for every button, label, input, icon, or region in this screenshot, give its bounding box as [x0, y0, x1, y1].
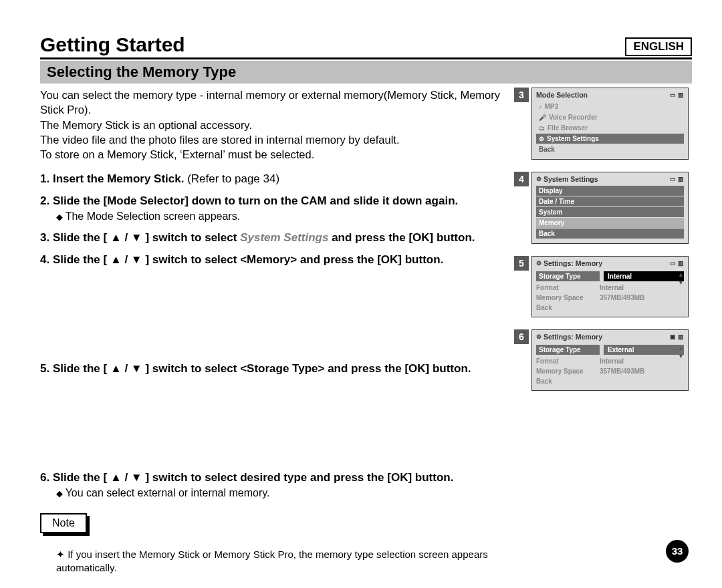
settings-icon: ⚙: [536, 333, 542, 340]
step-2: 2. Slide the [Mode Selector] down to tur…: [40, 194, 505, 224]
screen3-item: MP3: [545, 103, 559, 110]
note-label: Note: [40, 513, 87, 533]
step-badge-4: 4: [514, 172, 529, 186]
up-down-icon: ▲ / ▼: [110, 231, 142, 246]
settings-icon: ⚙: [536, 176, 542, 182]
divider: [40, 57, 692, 59]
screen3-item: File Browser: [548, 124, 588, 132]
screen6-title: Settings: Memory: [544, 333, 602, 341]
step-badge-5: 5: [514, 256, 529, 271]
step-3: 3. Slide the [ ▲ / ▼ ] switch to select …: [40, 231, 505, 246]
up-down-icon: ▲ / ▼: [110, 361, 142, 377]
arrow-down-icon: ▼: [678, 353, 684, 359]
intro-text: You can select the memory type - interna…: [40, 88, 505, 162]
screen6-v0: External: [604, 345, 684, 355]
screen3-title: Mode Selection: [536, 91, 588, 99]
screen4-item: Back: [539, 230, 555, 237]
step-3-target: System Settings: [240, 231, 328, 244]
mic-icon: 🎤: [539, 114, 546, 121]
step-5-mid: ] switch to select <Storage Type> and pr…: [142, 362, 471, 375]
screen5-v2: 357MB/493MB: [600, 294, 644, 301]
card-icon: ▭: [670, 92, 676, 98]
battery-icon: ▥: [678, 176, 684, 182]
step-5: 5. Slide the [ ▲ / ▼ ] switch to select …: [40, 361, 505, 377]
step-4-prefix: Slide the [: [53, 253, 110, 266]
screen4-item: System: [539, 208, 563, 216]
step-6-mid: ] switch to select desired type and pres…: [142, 471, 454, 484]
page-number: 33: [666, 540, 689, 563]
step-3-suffix: and press the [OK] button.: [328, 231, 475, 244]
screen5-v0: Internal: [604, 271, 684, 281]
battery-icon: ▥: [678, 333, 684, 340]
screen5-k3: Back: [536, 304, 600, 311]
screen4-title: System Settings: [544, 175, 598, 183]
screen6-v1: Internal: [600, 357, 624, 365]
step-5-prefix: Slide the [: [53, 362, 110, 375]
step-4: 4. Slide the [ ▲ / ▼ ] switch to select …: [40, 253, 505, 268]
step-2-text: Slide the [Mode Selector] down to turn o…: [53, 194, 458, 207]
step-badge-3: 3: [514, 88, 529, 102]
screen-system-settings: ⚙ System Settings▭ ▥ Display Date / Time…: [531, 172, 689, 244]
screen4-item-selected: Memory: [539, 219, 564, 227]
screen-4-wrap: 4 ⚙ System Settings▭ ▥ Display Date / Ti…: [531, 172, 692, 244]
settings-icon: ⚙: [539, 136, 544, 142]
screen5-k1: Format: [536, 284, 600, 291]
screen6-k1: Format: [536, 357, 600, 365]
screen-6-wrap: 6 ⚙ Settings: Memory▣ ▥ Storage TypeExte…: [531, 329, 692, 391]
card-icon: ▭: [670, 260, 676, 267]
chapter-title: Getting Started: [40, 33, 692, 56]
battery-icon: ▥: [678, 92, 684, 98]
step-6-prefix: Slide the [: [53, 471, 110, 484]
screen5-k2: Memory Space: [536, 294, 600, 301]
screen-settings-memory-2: ⚙ Settings: Memory▣ ▥ Storage TypeExtern…: [531, 329, 689, 391]
screen5-title: Settings: Memory: [544, 259, 602, 267]
step-1-light: (Refer to page 34): [184, 172, 279, 185]
section-bar: Selecting the Memory Type: [40, 61, 692, 84]
section-title: Selecting the Memory Type: [47, 63, 685, 81]
intro-line: The video file and the photo files are s…: [40, 132, 505, 147]
arrow-up-icon: ▲: [678, 271, 684, 278]
step-6-sub: You can select external or internal memo…: [56, 486, 505, 500]
screen-3-wrap: 3 Mode Selection▭ ▥ ♪MP3 🎤Voice Recorder…: [531, 88, 692, 160]
step-3-mid: ] switch to select: [142, 231, 240, 244]
screen4-item: Date / Time: [539, 198, 574, 205]
screen-settings-memory-1: ⚙ Settings: Memory▭ ▥ Storage TypeIntern…: [531, 256, 689, 317]
screen-mode-selection: Mode Selection▭ ▥ ♪MP3 🎤Voice Recorder 🗂…: [531, 88, 689, 160]
note-text: If you insert the Memory Stick or Memory…: [56, 548, 505, 575]
intro-line: To store on a Memory Stick, ‘External’ m…: [40, 147, 505, 162]
screen-5-wrap: 5 ⚙ Settings: Memory▭ ▥ Storage TypeInte…: [531, 256, 692, 317]
screens-column: 3 Mode Selection▭ ▥ ♪MP3 🎤Voice Recorder…: [531, 88, 692, 575]
intro-line: You can select the memory type - interna…: [40, 88, 505, 118]
up-down-icon: ▲ / ▼: [110, 253, 142, 268]
screen5-v1: Internal: [600, 284, 624, 291]
folder-icon: 🗂: [539, 125, 545, 132]
card-icon: ▭: [670, 176, 676, 182]
screen3-item-selected: System Settings: [547, 135, 599, 142]
screen5-k0: Storage Type: [536, 271, 600, 281]
manual-page: ENGLISH Getting Started Selecting the Me…: [0, 0, 722, 588]
intro-line: The Memory Stick is an optional accessor…: [40, 118, 505, 132]
screen6-k0: Storage Type: [536, 345, 600, 355]
language-label: ENGLISH: [625, 37, 692, 56]
step-1-bold: Insert the Memory Stick.: [53, 172, 185, 185]
screen6-k2: Memory Space: [536, 368, 600, 375]
step-3-prefix: Slide the [: [53, 231, 110, 244]
step-1: 1. Insert the Memory Stick. (Refer to pa…: [40, 171, 505, 187]
step-6: 6. Slide the [ ▲ / ▼ ] switch to select …: [40, 470, 505, 500]
arrow-up-icon: ▲: [678, 345, 684, 351]
arrow-down-icon: ▼: [678, 279, 684, 286]
screen3-item: Voice Recorder: [549, 114, 598, 121]
screen6-k3: Back: [536, 378, 600, 385]
screen4-item: Display: [539, 187, 563, 194]
music-icon: ♪: [539, 104, 542, 110]
settings-icon: ⚙: [536, 260, 542, 267]
instructions-column: You can select the memory type - interna…: [40, 88, 505, 575]
screen3-item: Back: [539, 146, 555, 153]
up-down-icon: ▲ / ▼: [110, 470, 142, 486]
card-icon: ▣: [670, 333, 676, 340]
step-4-mid: ] switch to select <Memory> and press th…: [142, 253, 444, 266]
battery-icon: ▥: [678, 260, 684, 267]
screen6-v2: 357MB/493MB: [600, 368, 644, 375]
step-badge-6: 6: [514, 329, 529, 344]
step-2-sub: The Mode Selection screen appears.: [56, 209, 505, 224]
